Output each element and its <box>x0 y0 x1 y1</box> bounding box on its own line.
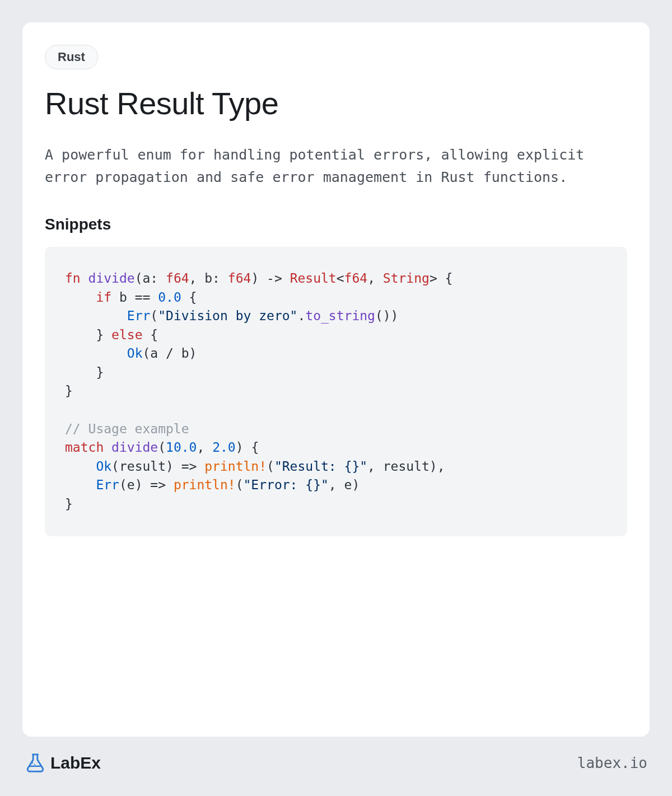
labex-logo: LabEx <box>25 752 101 774</box>
logo-text: LabEx <box>50 753 101 772</box>
flask-icon <box>25 752 46 774</box>
content-card: Rust Rust Result Type A powerful enum fo… <box>22 22 650 737</box>
page-title: Rust Result Type <box>45 85 627 121</box>
footer: LabEx labex.io <box>22 737 650 774</box>
code-snippet: fn divide(a: f64, b: f64) -> Result<f64,… <box>45 247 627 536</box>
svg-point-1 <box>34 764 35 765</box>
snippets-heading: Snippets <box>45 216 627 233</box>
description-text: A powerful enum for handling potential e… <box>45 144 627 189</box>
footer-url: labex.io <box>577 755 647 771</box>
svg-point-0 <box>32 762 33 764</box>
language-tag: Rust <box>45 45 98 69</box>
